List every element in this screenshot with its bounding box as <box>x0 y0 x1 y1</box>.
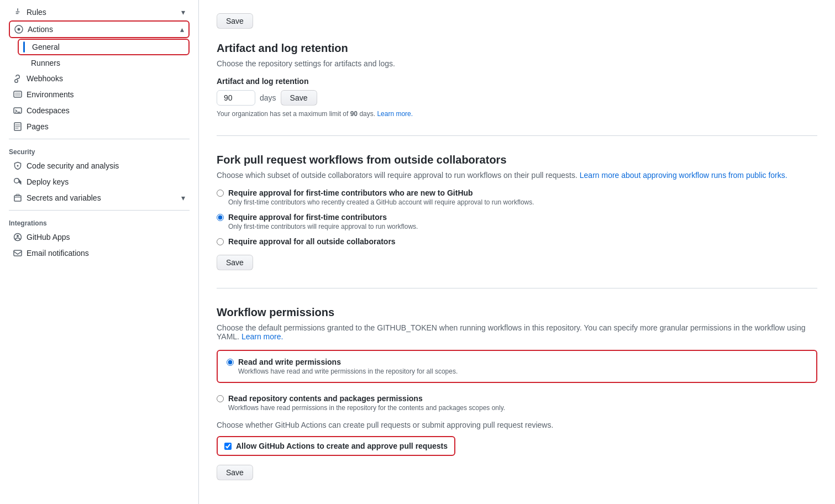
chevron-down-icon: ▾ <box>181 8 185 17</box>
main-content: Save Artifact and log retention Choose t… <box>199 0 835 504</box>
sidebar-item-code-security[interactable]: Code security and analysis <box>9 158 190 174</box>
fork-learn-more-link[interactable]: Learn more about approving workflow runs… <box>580 171 787 180</box>
actions-icon <box>14 25 23 34</box>
workflow-section-desc: Choose the default permissions granted t… <box>217 323 817 341</box>
days-input-group: days Save <box>217 90 817 106</box>
sidebar-item-codespaces-label: Codespaces <box>27 106 70 115</box>
artifact-info-text: Your organization has set a maximum limi… <box>217 110 817 118</box>
sidebar-item-secrets-label: Secrets and variables <box>27 193 101 202</box>
workflow-rw-label: Read and write permissions <box>238 358 458 366</box>
sidebar-subitem-runners-label: Runners <box>31 59 60 67</box>
sidebar-item-github-apps[interactable]: GitHub Apps <box>9 229 190 245</box>
sidebar-subitem-general[interactable]: General <box>18 39 190 55</box>
actions-subitems: General Runners <box>18 39 190 70</box>
workflow-pr-info: Choose whether GitHub Actions can create… <box>217 421 817 429</box>
svg-point-6 <box>17 165 19 167</box>
artifact-subsection-title: Artifact and log retention <box>217 77 817 86</box>
app-icon <box>13 233 22 242</box>
artifact-section-desc: Choose the repository settings for artif… <box>217 59 817 68</box>
artifact-save-button[interactable]: Save <box>281 90 317 106</box>
sidebar-subitem-runners[interactable]: Runners <box>18 56 190 70</box>
sidebar-item-actions[interactable]: Actions ▴ <box>9 20 190 38</box>
fork-section-title: Fork pull request workflows from outside… <box>217 154 817 166</box>
sidebar-subitem-general-label: General <box>32 43 60 51</box>
days-input[interactable] <box>217 90 255 106</box>
workflow-radio-ro[interactable] <box>217 395 224 402</box>
sidebar-item-deploy-keys-label: Deploy keys <box>27 177 69 186</box>
workflow-radio-rw-box: Read and write permissions Workflows hav… <box>217 350 817 383</box>
fork-radio-option-first: Require approval for first-time contribu… <box>217 213 817 230</box>
workflow-section: Workflow permissions Choose the default … <box>217 306 817 498</box>
fork-radio-option-all: Require approval for all outside collabo… <box>217 237 817 246</box>
workflow-section-title: Workflow permissions <box>217 306 817 319</box>
webhooks-icon <box>13 74 22 83</box>
workflow-save-button[interactable]: Save <box>217 465 253 480</box>
sidebar-item-pages[interactable]: Pages <box>9 119 190 134</box>
sidebar-item-codespaces[interactable]: Codespaces <box>9 103 190 118</box>
sidebar-item-email-notifications[interactable]: Email notifications <box>9 245 190 261</box>
rules-icon <box>13 8 22 17</box>
days-label: days <box>260 93 276 102</box>
top-save-button[interactable]: Save <box>217 13 253 29</box>
sidebar-item-secrets-variables[interactable]: Secrets and variables ▾ <box>9 190 190 206</box>
sidebar-item-rules-label: Rules <box>27 8 46 17</box>
fork-save-button[interactable]: Save <box>217 255 253 270</box>
svg-rect-3 <box>15 92 20 96</box>
sidebar-item-rules[interactable]: Rules ▾ <box>9 4 190 20</box>
sidebar-item-environments[interactable]: Environments <box>9 87 190 102</box>
workflow-ro-desc: Workflows have read permissions in the r… <box>228 404 505 412</box>
integrations-section-label: Integrations <box>9 215 190 229</box>
sidebar-item-email-notifications-label: Email notifications <box>27 249 89 258</box>
security-section-label: Security <box>9 144 190 158</box>
workflow-permissions-group: Read and write permissions Workflows hav… <box>217 350 817 412</box>
fork-radio-new-label: Require approval for first-time contribu… <box>228 188 534 197</box>
fork-radio-all-label: Require approval for all outside collabo… <box>228 237 396 246</box>
sidebar-item-github-apps-label: GitHub Apps <box>27 233 70 242</box>
workflow-rw-desc: Workflows have read and write permission… <box>238 368 458 375</box>
sidebar-item-webhooks[interactable]: Webhooks <box>9 71 190 86</box>
sidebar-item-deploy-keys[interactable]: Deploy keys <box>9 174 190 190</box>
sidebar-item-environments-label: Environments <box>27 90 74 99</box>
workflow-radio-option-ro: Read repository contents and packages pe… <box>217 394 817 412</box>
pages-icon <box>13 122 22 131</box>
workflow-ro-label: Read repository contents and packages pe… <box>228 394 505 403</box>
allow-pr-checkbox[interactable] <box>224 443 232 450</box>
workflow-learn-more-link[interactable]: Learn more. <box>241 332 283 341</box>
shield-icon <box>13 161 22 170</box>
fork-radio-first[interactable] <box>217 214 224 221</box>
svg-point-1 <box>18 28 20 31</box>
sidebar-item-webhooks-label: Webhooks <box>27 74 63 83</box>
artifact-section: Artifact and log retention Choose the re… <box>217 42 817 136</box>
allow-pr-label[interactable]: Allow GitHub Actions to create and appro… <box>236 442 448 450</box>
chevron-up-icon: ▴ <box>180 25 184 34</box>
chevron-down-icon-2: ▾ <box>181 193 185 202</box>
top-save-area: Save <box>217 13 817 29</box>
svg-rect-7 <box>14 196 21 201</box>
fork-radio-new[interactable] <box>217 190 224 197</box>
sidebar: Rules ▾ Actions ▴ General Runners Webhoo… <box>0 0 199 504</box>
mail-icon <box>13 249 22 258</box>
sidebar-item-actions-label: Actions <box>28 25 53 34</box>
fork-section: Fork pull request workflows from outside… <box>217 154 817 288</box>
svg-point-10 <box>17 235 19 237</box>
svg-rect-8 <box>16 195 19 196</box>
sidebar-item-pages-label: Pages <box>27 122 49 131</box>
fork-radio-all[interactable] <box>217 238 224 245</box>
fork-radio-first-label: Require approval for first-time contribu… <box>228 213 418 222</box>
artifact-learn-more-link[interactable]: Learn more. <box>377 110 413 118</box>
sidebar-item-code-security-label: Code security and analysis <box>27 161 119 170</box>
workflow-radio-option-rw: Read and write permissions Workflows hav… <box>227 358 807 375</box>
box-icon <box>13 193 22 202</box>
svg-rect-11 <box>14 250 22 256</box>
fork-radio-group: Require approval for first-time contribu… <box>217 188 817 246</box>
artifact-section-title: Artifact and log retention <box>217 42 817 55</box>
fork-radio-first-desc: Only first-time contributors will requir… <box>228 223 418 230</box>
codespaces-icon <box>13 106 22 115</box>
fork-radio-option-new: Require approval for first-time contribu… <box>217 188 817 206</box>
environments-icon <box>13 90 22 99</box>
workflow-radio-rw[interactable] <box>227 359 234 366</box>
fork-section-desc: Choose which subset of outside collabora… <box>217 171 817 180</box>
key-icon <box>13 177 22 186</box>
workflow-allow-pr-box: Allow GitHub Actions to create and appro… <box>217 436 455 456</box>
fork-radio-new-desc: Only first-time contributors who recentl… <box>228 198 534 206</box>
